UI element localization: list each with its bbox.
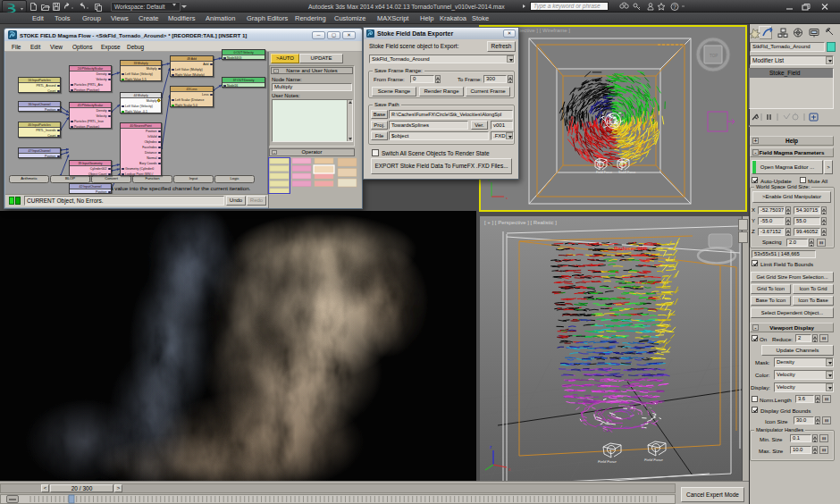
svg-text:?: ?: [673, 4, 676, 10]
svg-text:TOP: TOP: [710, 54, 718, 58]
svg-text:Field Force: Field Force: [644, 458, 664, 462]
svg-text:Field Force: Field Force: [596, 171, 612, 174]
svg-text:Field Force: Field Force: [598, 459, 617, 464]
svg-text:[ + ] [ Perspective ] [ Realis: [ + ] [ Perspective ] [ Realistic ]: [484, 220, 557, 225]
svg-text:Stokfl Force: Stokfl Force: [618, 171, 635, 174]
svg-text:Reduce: 999: Reduce: 999: [614, 245, 647, 251]
svg-text:x: x: [506, 196, 508, 200]
